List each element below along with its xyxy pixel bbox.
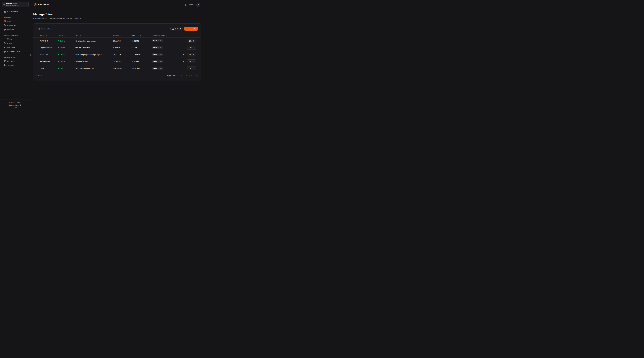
edit-button[interactable]: Edit	[187, 66, 196, 70]
gear-icon	[4, 64, 6, 66]
ellipsis-icon	[182, 60, 184, 62]
theme-toggle[interactable]: System	[184, 3, 194, 6]
documentation-link[interactable]: Documentation	[0, 104, 30, 106]
data-out-cell: 34.80 GB	[132, 60, 152, 62]
row-menu-button[interactable]	[182, 40, 185, 42]
arrow-right-icon	[192, 60, 194, 62]
sidebar-heading-access-control: ACCESS CONTROL	[2, 34, 28, 36]
refresh-button[interactable]: Refresh	[170, 27, 183, 31]
refresh-icon	[172, 28, 174, 30]
connection-type-badge: Newt v1.3.2	[152, 53, 164, 56]
prev-page-button[interactable]	[185, 74, 188, 77]
first-page-button[interactable]	[180, 74, 184, 77]
connection-type-name: Newt	[153, 60, 157, 62]
card-footer: 20 Page 1 of 1	[33, 72, 201, 77]
column-label: Data Out	[132, 34, 138, 36]
online-status-dot	[58, 40, 59, 41]
row-menu-button[interactable]	[182, 53, 185, 56]
sidebar-item-server-admin[interactable]: Server Admin	[2, 10, 28, 14]
row-menu-button[interactable]	[182, 60, 185, 63]
table-header-row: Name Online Site Data In	[33, 33, 201, 37]
sidebar-resize-handle[interactable]	[30, 54, 31, 56]
user-avatar[interactable]: M	[196, 3, 200, 7]
sidebar-group-general: Sites Resources Domains	[2, 19, 28, 32]
sidebar-item-users[interactable]: Users	[2, 37, 28, 41]
data-in-cell: 12.65 GB	[113, 60, 132, 62]
search-icon	[38, 28, 40, 30]
brand-logo[interactable]: PANGOLIN	[33, 3, 50, 6]
sidebar-nav: Server Admin GENERAL Sites Resources Dom…	[2, 10, 28, 67]
chevrons-right-icon	[195, 75, 197, 76]
online-status-dot	[58, 61, 59, 62]
data-out-cell: 141.68 GB	[132, 54, 152, 56]
search-box	[36, 27, 82, 31]
connection-type-name: Newt	[153, 47, 157, 49]
search-input[interactable]	[41, 28, 80, 30]
data-in-cell: 534.98 GB	[113, 67, 132, 69]
page-subtitle: Allow connectivity to your network throu…	[33, 17, 201, 19]
ticket-check-icon	[4, 46, 6, 48]
next-page-button[interactable]	[190, 74, 193, 77]
column-header-site[interactable]: Site	[76, 34, 113, 36]
last-page-button[interactable]	[194, 74, 198, 77]
sort-icon	[120, 35, 121, 36]
table-row: Home Lab Online dead-san-joaquin-antelop…	[33, 51, 201, 58]
edit-button[interactable]: Edit	[187, 39, 196, 43]
sidebar-heading-general: GENERAL	[2, 16, 28, 18]
add-site-label: Add Site	[189, 28, 196, 30]
column-header-data-out[interactable]: Data Out	[132, 34, 152, 36]
sidebar-item-label: Shareable Links	[7, 51, 20, 53]
row-menu-button[interactable]	[182, 46, 185, 49]
edit-button[interactable]: Edit	[187, 46, 196, 50]
column-header-connection-type[interactable]: Connection Type	[152, 34, 182, 36]
online-status-label: Online	[60, 67, 65, 69]
sidebar-heading-organization: ORGANIZATION	[2, 57, 28, 58]
edit-button[interactable]: Edit	[187, 59, 196, 63]
pagination-buttons	[180, 74, 198, 77]
sidebar-item-domains[interactable]: Domains	[2, 27, 28, 32]
chevrons-up-down-icon	[26, 3, 27, 5]
column-header-data-in[interactable]: Data In	[113, 34, 132, 36]
row-actions-cell: Edit	[182, 66, 196, 70]
add-site-button[interactable]: Add Site	[184, 27, 198, 31]
column-header-name[interactable]: Name	[40, 34, 58, 36]
sidebar-item-label: Server Admin	[7, 11, 18, 13]
sidebar-item-shareable-links[interactable]: Shareable Links	[2, 50, 28, 54]
sidebar-group-access-control: Users Roles Invitations Shareable Links	[2, 37, 28, 54]
sidebar-item-roles[interactable]: Roles	[2, 41, 28, 45]
online-status-dot	[58, 54, 59, 55]
site-slug-cell: welcome-giant-mole-rat	[76, 67, 113, 69]
sidebar-item-label: Roles	[7, 42, 12, 44]
sidebar-item-resources[interactable]: Resources	[2, 23, 28, 27]
site-name-cell: Jeff's Laptop	[40, 60, 58, 62]
sidebar-item-api-keys[interactable]: API Keys	[2, 59, 28, 63]
data-in-cell: 30.12 MB	[113, 40, 132, 42]
site-slug-cell: smug-brown-rat	[76, 60, 113, 62]
sidebar-item-sites[interactable]: Sites	[2, 19, 28, 23]
connection-type-cell: Newt v1.3.2	[152, 39, 182, 42]
sidebar-item-settings[interactable]: Settings	[2, 63, 28, 67]
site-name-cell: Edge Device 01	[40, 47, 58, 49]
pagination: Page 1 of 1	[167, 74, 198, 77]
sidebar-item-label: Settings	[7, 64, 14, 66]
book-open-icon	[20, 104, 21, 106]
table-row: Office Online welcome-giant-mole-rat 534…	[33, 65, 201, 72]
connection-type-version: v1.3.2	[158, 54, 162, 55]
chevron-left-icon	[186, 75, 188, 76]
status-cell: Online	[58, 60, 76, 62]
users-icon	[4, 42, 6, 44]
data-in-cell: 112.42 GB	[113, 54, 132, 56]
sidebar-item-invitations[interactable]: Invitations	[2, 45, 28, 49]
chevrons-left-icon	[181, 75, 183, 76]
column-label: Connection Type	[152, 34, 164, 36]
page-size-select[interactable]: 20	[36, 74, 44, 77]
status-cell: Online	[58, 67, 76, 69]
community-edition-link[interactable]: Community Edition	[0, 101, 30, 104]
edit-button[interactable]: Edit	[187, 53, 196, 56]
sidebar: Organization milo@fossorial.io's ... Ser…	[0, 0, 30, 111]
org-switcher[interactable]: Organization milo@fossorial.io's ...	[2, 2, 28, 7]
edit-label: Edit	[188, 47, 192, 49]
column-header-online[interactable]: Online	[58, 34, 76, 36]
column-label: Name	[40, 34, 44, 36]
row-menu-button[interactable]	[182, 67, 185, 69]
